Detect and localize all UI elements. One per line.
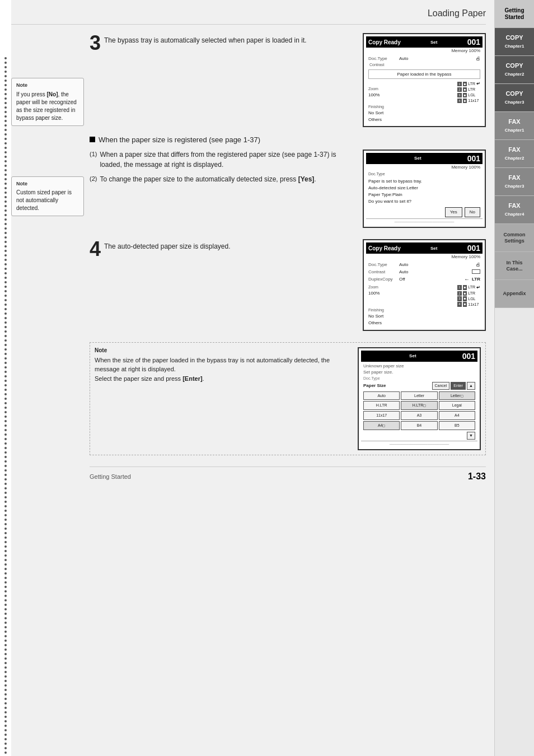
sidebar-item-appendix[interactable]: Appendix (495, 280, 534, 308)
dot (4, 702, 7, 704)
screen1-finishing-val: No Sort (368, 110, 384, 116)
sidebar-item-copy3[interactable]: COPYChapter3 (495, 84, 534, 112)
dot (4, 653, 7, 655)
down-button[interactable]: ▼ (467, 432, 475, 440)
dot (4, 496, 7, 498)
dot (4, 689, 7, 691)
size-a4[interactable]: A4 (439, 411, 475, 420)
size-screen-set-label: Set (409, 353, 416, 358)
screen4-ltr-label: LTR (472, 276, 480, 282)
screen1-others-label: Others (368, 116, 480, 123)
size-b5[interactable]: B5 (439, 421, 475, 430)
screen1-memory-label: Memory (451, 48, 467, 53)
dots-column (0, 0, 11, 756)
dot (4, 165, 7, 167)
screen1-doctype-row: Doc.Type Auto 🖨 (368, 55, 480, 62)
dot (4, 205, 7, 207)
dot (4, 402, 7, 404)
dot (4, 192, 7, 194)
paper-ltr2: LTR (468, 87, 475, 92)
dot (4, 268, 7, 270)
screen-mockup-size: Set 001 Unknown paper size Set paper siz… (358, 347, 481, 450)
dot (4, 545, 7, 548)
dot (4, 528, 7, 530)
step3-content: 3 The bypass tray is automatically selec… (90, 33, 486, 482)
screen4-duplex-label: DuplexCopy (368, 276, 399, 282)
dot (4, 523, 7, 525)
dialog-line1: Paper is set to bypass tray. (368, 178, 480, 185)
dot (4, 57, 7, 59)
page-header: Loading Paper (11, 8, 486, 25)
unknown-paper-label: Unknown paper size (363, 363, 475, 369)
screen1-finishing-row: Finishing No Sort (368, 104, 480, 116)
cancel-button[interactable]: Cancel (432, 382, 450, 390)
sidebar-item-getting-started[interactable]: GettingStarted (495, 0, 534, 28)
no-button[interactable]: No (465, 207, 480, 217)
screen1-zoom-label: Zoom (368, 86, 380, 92)
size-a4-half[interactable]: A4◻ (363, 421, 400, 430)
s4-paper-ltr2: LTR (468, 291, 475, 296)
dot (4, 156, 7, 158)
step3-section: Note If you press [No], the paper will b… (11, 33, 486, 482)
sidebar-item-copy2[interactable]: COPYChapter2 (495, 56, 534, 84)
step4-row: 4 The auto-detected paper size is displa… (90, 239, 486, 330)
dot (4, 568, 7, 570)
dot (4, 160, 7, 162)
sidebar-item-fax1[interactable]: FAXChapter1 (495, 112, 534, 140)
dot (4, 245, 7, 248)
screen1-doctype-val: Auto (399, 55, 408, 62)
note2-box: Note Custom sized paper is not automatic… (11, 176, 84, 217)
dialog-memory-val: 100% (469, 165, 480, 170)
size-legal[interactable]: Legal (439, 401, 475, 410)
dot (4, 626, 7, 628)
dot (4, 178, 7, 180)
dialog-line3: Paper Type:Plain (368, 192, 480, 198)
sidebar-item-fax4[interactable]: FAXChapter4 (495, 196, 534, 224)
dot (4, 456, 7, 458)
note-section-content: Note When the size of the paper loaded i… (95, 347, 352, 450)
dot (4, 353, 7, 355)
sidebar-in-this-label: In ThisCase... (506, 260, 522, 272)
page-footer: Getting Started 1-33 (90, 466, 486, 482)
yes-button[interactable]: Yes (445, 207, 462, 217)
dot (4, 465, 7, 467)
size-hltr-half[interactable]: H.LTR◻ (401, 401, 437, 410)
note1-box: Note If you press [No], the paper will b… (11, 78, 84, 126)
dialog-set-num: 001 (467, 154, 480, 163)
dot (4, 138, 7, 140)
size-letter[interactable]: Letter (401, 391, 437, 400)
dot (4, 617, 7, 619)
dot (4, 236, 7, 239)
dot (4, 492, 7, 494)
dot (4, 209, 7, 212)
dot (4, 254, 7, 256)
size-letter-half[interactable]: Letter◻ (439, 391, 475, 400)
sidebar-item-common[interactable]: CommonSettings (495, 224, 534, 252)
dot (4, 416, 7, 418)
sidebar-item-copy1[interactable]: COPYChapter1 (495, 28, 534, 56)
dot (4, 460, 7, 463)
step3-description: The bypass tray is automatically selecte… (104, 33, 307, 44)
sidebar-item-fax3[interactable]: FAXChapter3 (495, 168, 534, 196)
dot (4, 608, 7, 610)
screen4-duplex-val: Off (399, 276, 405, 282)
dot (4, 657, 7, 660)
enter-button[interactable]: Enter (451, 382, 466, 390)
dot (4, 716, 7, 718)
dot (4, 259, 7, 261)
screen4-preview-icon (472, 269, 480, 274)
dot (4, 483, 7, 485)
screen1-finishing-label: Finishing (368, 104, 384, 110)
note2-title: Note (16, 180, 79, 188)
sub-step2-text: To change the paper size to the automati… (100, 174, 316, 184)
sidebar-item-fax2[interactable]: FAXChapter2 (495, 140, 534, 168)
size-b4[interactable]: B4 (401, 421, 437, 430)
screen4-finishing-row: Finishing No Sort (368, 307, 480, 319)
up-button[interactable]: ▲ (467, 382, 475, 390)
dot (4, 684, 7, 687)
size-auto[interactable]: Auto (363, 391, 400, 400)
size-hltr[interactable]: H.LTR (363, 401, 400, 410)
size-a3[interactable]: A3 (401, 411, 437, 420)
size-11x17[interactable]: 11x17 (363, 411, 400, 420)
sidebar-item-in-this[interactable]: In ThisCase... (495, 252, 534, 280)
